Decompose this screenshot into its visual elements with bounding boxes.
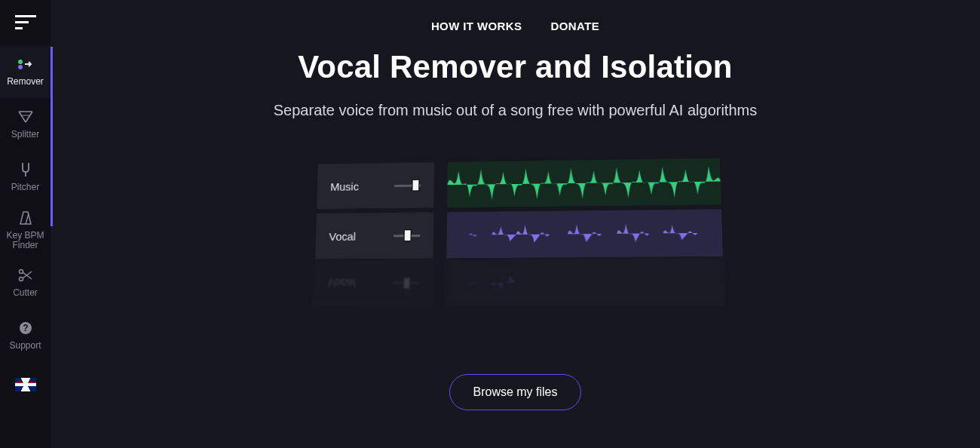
sidebar-item-pitcher[interactable]: Pitcher: [0, 151, 51, 204]
sidebar-item-splitter[interactable]: Splitter: [0, 98, 51, 151]
sidebar-item-label: Splitter: [11, 130, 39, 140]
music-waveform: [447, 158, 721, 208]
language-selector[interactable]: [0, 362, 51, 400]
svg-line-6: [26, 213, 29, 224]
vocal-waveform: [446, 209, 723, 258]
sidebar-item-remover[interactable]: Remover: [0, 45, 51, 98]
scissors-icon: [17, 267, 34, 284]
track-vocal: Vocal: [315, 209, 723, 259]
svg-rect-2: [15, 27, 23, 29]
track-music: Music: [317, 158, 721, 209]
metronome-icon: [17, 210, 34, 226]
music-slider[interactable]: [394, 181, 421, 190]
waveform-visual: Music Vocal: [312, 160, 719, 306]
sidebar-item-label: Cutter: [13, 288, 38, 298]
sidebar-item-keybpm[interactable]: Key BPM Finder: [0, 204, 51, 256]
sidebar-item-support[interactable]: ? Support: [0, 309, 51, 362]
menu-toggle[interactable]: [0, 0, 51, 45]
vocal-slider[interactable]: [393, 231, 419, 240]
svg-rect-0: [15, 15, 36, 17]
menu-icon: [15, 15, 36, 30]
page-subtitle: Separate voice from music out of a song …: [274, 102, 757, 119]
tuning-fork-icon: [17, 161, 34, 178]
top-nav: HOW IT WORKS DONATE: [431, 0, 599, 43]
remover-icon: [17, 56, 34, 72]
sidebar-item-label: Key BPM Finder: [6, 231, 44, 250]
sidebar: Remover Splitter Pitcher Key BPM Finder: [0, 0, 51, 448]
sidebar-item-cutter[interactable]: Cutter: [0, 256, 51, 309]
track-label: Vocal: [329, 229, 356, 242]
help-icon: ?: [17, 320, 34, 336]
nav-how-it-works[interactable]: HOW IT WORKS: [431, 20, 522, 32]
sidebar-active-indicator: [51, 47, 53, 226]
svg-point-3: [18, 60, 23, 64]
main-content: HOW IT WORKS DONATE Vocal Remover and Is…: [51, 0, 980, 448]
svg-rect-1: [15, 21, 29, 23]
sidebar-item-label: Remover: [7, 77, 44, 87]
svg-point-4: [18, 65, 23, 69]
splitter-icon: [17, 109, 34, 125]
svg-text:?: ?: [23, 323, 28, 333]
sidebar-item-label: Pitcher: [11, 183, 39, 192]
uk-flag-icon: [15, 378, 36, 391]
page-title: Vocal Remover and Isolation: [298, 49, 732, 85]
track-label: Music: [330, 180, 359, 192]
nav-donate[interactable]: DONATE: [551, 20, 600, 32]
sidebar-item-label: Support: [9, 341, 41, 351]
browse-files-button[interactable]: Browse my files: [449, 374, 580, 410]
